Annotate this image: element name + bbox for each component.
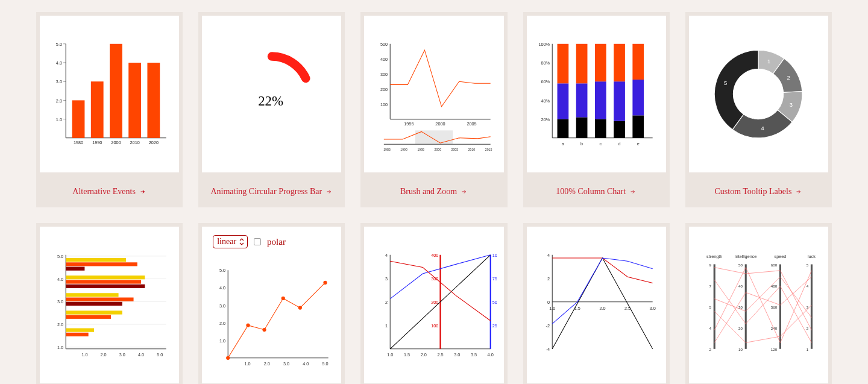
svg-text:5: 5 [807,263,809,267]
gallery-card[interactable]: 20%40%60%80%100% abcde 100% Column Chart [523,12,670,207]
card-link[interactable]: 100% Column Chart [523,176,670,207]
svg-text:2000: 2000 [434,148,441,151]
gallery-card[interactable]: -4-2024 1.01.52.02.53.0 Multipoint Toolt… [523,223,670,384]
svg-text:100: 100 [380,102,388,107]
card-label: 100% Column Chart [556,187,626,197]
svg-text:e: e [637,141,640,146]
gallery-card[interactable]: 22% Animating Circular Progress Bar [198,12,345,207]
svg-rect-49 [558,83,569,119]
gallery-card[interactable]: 1.02.03.04.05.0 1.02.03.04.05.0 Horizont… [36,223,183,384]
svg-text:2000: 2000 [435,121,445,127]
card-link[interactable]: Animating Circular Progress Bar [198,176,345,207]
bar-chart-icon: 1.02.03.04.05.0 19801990200020102020 [47,24,172,165]
svg-text:2010: 2010 [468,148,476,151]
svg-text:3.0: 3.0 [119,352,125,357]
arrow-right-icon [629,188,637,195]
svg-text:1.0: 1.0 [81,352,87,357]
card-label: Alternative Events [72,187,136,197]
svg-rect-97 [66,333,88,336]
card-label: Brush and Zoom [400,187,457,197]
svg-text:2005: 2005 [467,121,476,127]
svg-text:4.0: 4.0 [219,285,225,291]
svg-text:200: 200 [380,87,388,92]
svg-rect-60 [633,115,644,137]
svg-text:75: 75 [492,276,497,282]
svg-text:4: 4 [807,284,809,288]
svg-text:3.0: 3.0 [454,352,460,357]
svg-point-116 [246,324,250,327]
svg-text:4.0: 4.0 [488,352,494,357]
svg-rect-96 [66,328,94,332]
interpolation-chart-icon: 1.02.03.04.05.0 1.02.03.04.05.0 [209,244,335,383]
svg-rect-87 [66,267,84,271]
chart-preview: -4-2024 1.01.52.02.53.0 [527,227,666,383]
svg-rect-15 [128,63,141,138]
svg-rect-48 [558,119,569,138]
svg-rect-86 [66,262,137,266]
svg-rect-53 [576,44,588,84]
chart-preview: 22% [202,16,341,172]
svg-text:4.0: 4.0 [55,60,61,66]
gallery-card[interactable]: 1234 100200300400 255075100 1.01.52.02.5… [360,223,507,384]
svg-text:d: d [618,141,621,146]
svg-rect-85 [66,258,126,262]
svg-text:2: 2 [709,347,712,351]
card-link[interactable]: Brush and Zoom [360,176,507,207]
gallery-card[interactable]: linear polar 1.02.03.04.05.0 1.02.03.04.… [198,223,345,384]
svg-text:3: 3 [385,276,388,282]
svg-text:2000: 2000 [111,140,121,145]
svg-text:3: 3 [790,102,793,108]
svg-text:4.0: 4.0 [303,361,309,367]
svg-rect-13 [90,81,103,138]
svg-text:2.5: 2.5 [437,352,443,357]
svg-text:5.0: 5.0 [57,254,63,259]
interp-select[interactable]: linear [213,235,248,248]
svg-text:2: 2 [547,276,550,282]
svg-rect-16 [147,63,160,138]
svg-text:3.0: 3.0 [55,79,61,84]
svg-text:10: 10 [738,347,743,351]
polar-checkbox[interactable] [254,238,261,245]
svg-rect-59 [614,44,625,81]
svg-text:100: 100 [492,253,497,258]
donut-chart-icon: 12345 [696,24,821,165]
svg-rect-52 [576,83,588,117]
svg-rect-56 [595,44,606,81]
svg-text:5: 5 [709,305,712,309]
svg-text:2: 2 [807,326,809,330]
svg-text:2020: 2020 [148,140,158,145]
svg-text:3.5: 3.5 [471,352,477,357]
svg-point-117 [262,328,266,332]
svg-text:120: 120 [771,347,778,351]
svg-text:2010: 2010 [130,140,139,145]
svg-text:9: 9 [709,263,712,267]
svg-rect-51 [576,117,588,137]
svg-text:5.0: 5.0 [219,268,225,273]
svg-rect-32 [415,130,453,144]
svg-text:3.0: 3.0 [57,299,63,304]
svg-rect-95 [66,315,111,319]
svg-text:20: 20 [738,326,743,330]
arrow-right-icon [139,188,146,195]
gallery-card[interactable]: 12345 Custom Tooltip Labels [685,12,832,207]
svg-rect-50 [558,44,569,84]
multi-axes-icon: 1234 100200300400 255075100 1.01.52.02.5… [371,234,497,376]
svg-text:4: 4 [547,253,550,258]
svg-text:2.0: 2.0 [600,306,606,311]
svg-text:5: 5 [724,80,727,86]
svg-text:-4: -4 [546,347,550,352]
gallery-card[interactable]: strength24579intelligence1020304050speed… [685,223,832,384]
chart-preview: 1.02.03.04.05.0 1.02.03.04.05.0 [40,227,179,383]
svg-text:80%: 80% [541,60,550,66]
svg-text:300: 300 [380,72,388,77]
svg-text:360: 360 [771,305,778,309]
gallery-card[interactable]: 100200300400500 199520002005 19851990199… [360,12,507,207]
svg-text:0: 0 [547,300,550,305]
card-link[interactable]: Custom Tooltip Labels [685,176,832,207]
svg-text:4: 4 [709,326,712,330]
select-arrows-icon [239,238,245,246]
svg-rect-93 [66,302,122,306]
svg-text:1.5: 1.5 [404,352,410,357]
gallery-card[interactable]: 1.02.03.04.05.0 19801990200020102020 Alt… [36,12,183,207]
card-link[interactable]: Alternative Events [36,176,183,207]
